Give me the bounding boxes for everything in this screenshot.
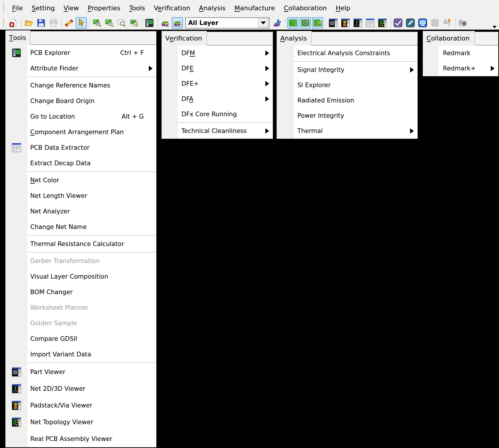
toolbar-zoom-area-button[interactable] — [116, 17, 127, 28]
mnemonic-underline: H — [336, 4, 341, 12]
menubar-item-analysis[interactable]: Analysis — [195, 4, 230, 12]
menu-title-tools[interactable]: Tools — [5, 30, 31, 45]
menu-item-net-analyzer[interactable]: Net Analyzer — [6, 203, 156, 219]
menu-item-bom-changer[interactable]: BOM Changer — [6, 284, 156, 300]
toolbar-zoom-out-button[interactable] — [104, 17, 115, 28]
menu-item-change-reference-names[interactable]: Change Reference Names — [6, 78, 156, 93]
toolbar-net-topology-viewer-button[interactable] — [377, 17, 388, 28]
submenu-arrow-icon — [410, 67, 414, 73]
menu-item-padstack-via-viewer[interactable]: Padstack/Via Viewer — [6, 397, 156, 414]
toolbar-layer-settings-button[interactable] — [272, 17, 283, 28]
submenu-arrow-icon — [265, 96, 269, 102]
toolbar-measure-ruler-button[interactable] — [63, 17, 75, 28]
toolbar-open-folder-button[interactable] — [23, 17, 34, 28]
menu-item-thermal[interactable]: Thermal — [277, 123, 417, 139]
menu-item-label: Part Viewer — [30, 368, 65, 375]
menu-item-thermal-resistance-calculator[interactable]: Thermal Resistance Calculator — [6, 236, 156, 252]
menu-item-electrical-analysis-constraints[interactable]: Electrical Analysis Constraints — [277, 46, 417, 61]
toolbar-padstack-via-viewer-button[interactable] — [340, 17, 351, 28]
toolbar-screen-capture-button[interactable] — [457, 17, 468, 28]
menubar-item-file[interactable]: File — [8, 4, 27, 12]
menu-item-si-explorer[interactable]: SI Explorer — [277, 78, 417, 93]
menu-item-dfa[interactable]: DFA — [162, 91, 273, 107]
menu-item-part-viewer[interactable]: Part Viewer — [6, 363, 156, 380]
toolbar-net-2d3d-viewer-button[interactable] — [352, 17, 363, 28]
menu-header-strip — [30, 31, 156, 45]
toolbar-zoom-fit-button[interactable] — [128, 17, 139, 28]
menu-item-worksheet-planner: Worksheet Planner — [6, 300, 156, 315]
menubar-item-view[interactable]: View — [59, 4, 83, 12]
toolbar-pcb-explorer-button[interactable] — [144, 17, 155, 28]
menu-body-collaboration: RedmarkRedmark+ — [423, 45, 498, 76]
menubar-item-collaboration[interactable]: Collaboration — [279, 4, 331, 12]
menu-item-extract-decap-data[interactable]: Extract Decap Data — [6, 155, 156, 171]
menubar-item-setting[interactable]: Setting — [27, 4, 59, 12]
menu-title-collaboration[interactable]: Collaboration — [423, 31, 475, 46]
zoom-in-icon — [92, 18, 101, 27]
menu-item-technical-cleanliness[interactable]: Technical Cleanliness — [162, 123, 273, 139]
toolbar-save-button[interactable] — [36, 17, 47, 28]
toolbar-zoom-in-button[interactable] — [91, 17, 102, 28]
toolbar-blank-button — [429, 17, 441, 28]
menu-item-change-net-name[interactable]: Change Net Name — [6, 219, 156, 235]
menu-item-dfe[interactable]: DFE — [162, 61, 273, 76]
menu-item-power-integrity[interactable]: Power Integrity — [277, 108, 417, 123]
toolbar-board-color-button[interactable] — [312, 17, 323, 28]
toolbar-part-viewer-button[interactable] — [328, 17, 339, 28]
menu-item-net-topology-viewer[interactable]: Net Topology Viewer — [6, 414, 156, 430]
menu-item-label: DFx Core Running — [181, 111, 237, 118]
menu-item-dfx-core-running[interactable]: DFx Core Running — [162, 107, 273, 122]
menu-item-visual-layer-composition[interactable]: Visual Layer Composition — [6, 269, 156, 284]
menu-item-dfm[interactable]: DFM — [162, 46, 273, 61]
menu-item-label: Net Color — [30, 177, 59, 184]
menu-item-label: Thermal Resistance Calculator — [30, 240, 124, 247]
toolbar-system-settings-button[interactable] — [442, 17, 453, 28]
menu-item-label: Signal Integrity — [297, 66, 344, 73]
menu-item-pcb-data-extractor[interactable]: PCB Data Extractor — [6, 140, 156, 155]
menu-title-verification[interactable]: Verification — [161, 31, 207, 46]
menu-item-label: Net Topology Viewer — [30, 419, 93, 426]
menu-item-component-arrangement-plan[interactable]: Component Arrangement Plan — [6, 124, 156, 140]
layer-select-dropdown-button[interactable] — [258, 18, 268, 27]
menu-item-net-color[interactable]: Net Color — [6, 172, 156, 188]
toolbar-monitor-view-button[interactable] — [417, 17, 428, 28]
toolbar-verify-check-button[interactable] — [392, 17, 404, 28]
menu-item-go-to-location[interactable]: Go to LocationAlt + G — [6, 109, 156, 124]
toolbar-grip-handle[interactable] — [3, 18, 4, 27]
menu-item-signal-integrity[interactable]: Signal Integrity — [277, 62, 417, 78]
menubar-item-tools[interactable]: Tools — [125, 4, 149, 12]
layer-select-combobox[interactable]: All Layer — [185, 17, 269, 28]
menu-item-compare-gdsii[interactable]: Compare GDSII — [6, 331, 156, 346]
toolbar-pcb-data-extractor-button[interactable] — [365, 17, 376, 28]
mnemonic-underline: M — [190, 50, 195, 57]
menu-item-redmark[interactable]: Redmark — [423, 46, 498, 61]
toolbar-overflow-arrow-icon[interactable] — [493, 26, 497, 28]
menu-item-net-length-viewer[interactable]: Net Length Viewer — [6, 188, 156, 203]
menu-item-dfe[interactable]: DFE+ — [162, 76, 273, 91]
menubar-grip-handle[interactable] — [3, 3, 4, 13]
menu-item-pcb-explorer[interactable]: PCB ExplorerCtrl + F — [6, 45, 156, 60]
toolbar-select-cursor-button[interactable] — [76, 17, 87, 28]
menubar-item-manufacture[interactable]: Manufacture — [230, 4, 279, 12]
toolbar-board-component-button[interactable] — [300, 17, 311, 28]
toolbar-board-pattern-button[interactable] — [287, 17, 299, 28]
menubar-item-help[interactable]: Help — [331, 4, 355, 12]
toolbar-layer-pattern-button[interactable]: P — [172, 17, 183, 28]
menu-item-import-variant-data[interactable]: Import Variant Data — [6, 346, 156, 362]
menu-item-label: DFE — [181, 65, 194, 72]
menubar-item-properties[interactable]: Properties — [83, 4, 125, 12]
toolbar-close-document-button[interactable] — [8, 17, 19, 28]
menu-item-change-board-origin[interactable]: Change Board Origin — [6, 93, 156, 109]
menubar-item-verification[interactable]: Verification — [149, 4, 195, 12]
toolbar-layer-accumulation-button[interactable]: A — [159, 17, 171, 28]
monitor-view-icon — [418, 18, 427, 27]
menu-item-attribute-finder[interactable]: Attribute Finder — [6, 60, 156, 76]
menu-item-redmark[interactable]: Redmark+ — [423, 61, 498, 76]
toolbar-redmark-pen-button[interactable] — [405, 17, 416, 28]
menu-item-real-pcb-assembly-viewer[interactable]: Real PCB Assembly Viewer — [6, 430, 156, 447]
toolbar-print-button[interactable] — [48, 17, 59, 28]
mnemonic-underline: M — [235, 4, 240, 12]
menu-item-net-2d-3d-viewer[interactable]: Net 2D/3D Viewer — [6, 380, 156, 397]
menu-item-radiated-emission[interactable]: Radiated Emission — [277, 93, 417, 108]
menu-title-analysis[interactable]: Analysis — [277, 31, 312, 46]
